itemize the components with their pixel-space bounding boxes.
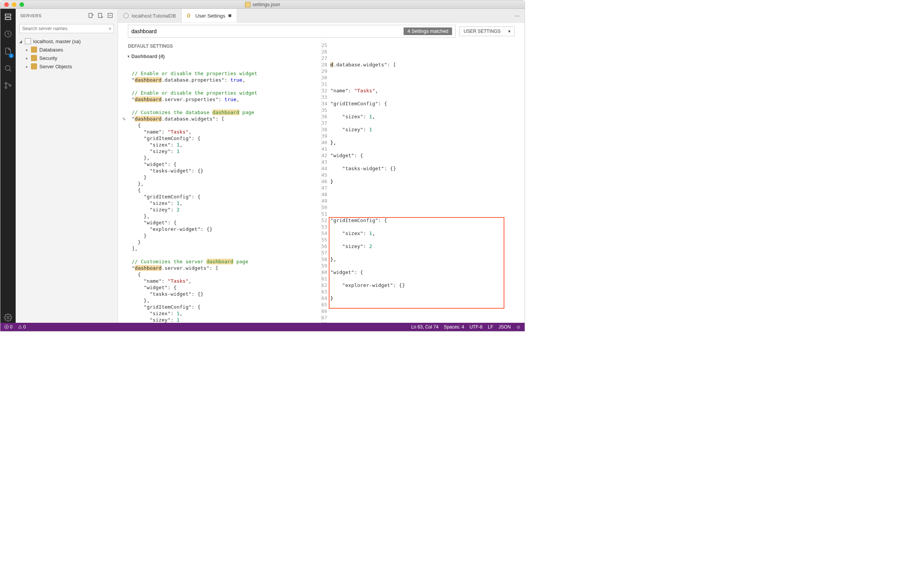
settings-search-input[interactable] [131,28,404,35]
close-window-button[interactable] [4,2,9,7]
user-settings-code[interactable]: d.database.widgets": [ "name": "Tasks", … [330,40,525,323]
status-feedback-icon[interactable]: ☺ [516,324,521,329]
new-group-icon[interactable] [98,13,104,19]
window-title: settings.json [252,2,280,7]
status-spaces[interactable]: Spaces: 4 [444,324,464,329]
clear-search-icon[interactable]: × [109,26,112,32]
tab-bar: localhost:TutorialDB {} User Settings ⋯ [118,9,525,23]
activity-settings-icon[interactable] [4,313,12,323]
tab-user-settings[interactable]: {} User Settings [182,9,237,23]
settings-match-badge: 4 Settings matched [404,28,452,35]
activity-history-icon[interactable] [4,30,12,39]
status-encoding[interactable]: UTF-8 [470,324,483,329]
status-warnings[interactable]: ⚠ 0 [18,324,26,329]
tree-node-databases[interactable]: ▸ Databases [16,45,117,54]
settings-scope-select[interactable]: USER SETTINGS ▾ [459,26,515,36]
svg-rect-1 [5,18,11,20]
svg-rect-0 [5,14,11,16]
titlebar: settings.json [0,0,525,9]
svg-point-3 [5,66,10,71]
dirty-indicator-icon [228,14,231,17]
default-settings-code: // Enable or disable the properties widg… [118,64,321,323]
activity-search-icon[interactable] [4,64,12,74]
minimize-window-button[interactable] [12,2,16,7]
sidebar-search-input[interactable] [20,24,114,33]
svg-rect-9 [99,13,102,17]
maximize-window-button[interactable] [20,2,24,7]
status-errors[interactable]: ⓧ 0 [4,324,13,330]
tree-node-server-objects[interactable]: ▸ Server Objects [16,62,117,71]
activity-source-control-icon[interactable] [4,81,12,91]
activity-explorer-icon[interactable]: 1 [4,47,12,56]
folder-icon [31,46,37,53]
tab-overflow-button[interactable]: ⋯ [509,9,525,23]
line-number-gutter: 2526272829303132333435363738394041424344… [322,40,330,323]
tree-node-security[interactable]: ▸ Security [16,54,117,62]
svg-point-5 [5,87,7,89]
status-bar: ⓧ 0 ⚠ 0 Ln 63, Col 74 Spaces: 4 UTF-8 LF… [0,323,525,331]
server-icon [25,38,31,44]
explorer-badge: 1 [9,53,14,58]
default-settings-pane[interactable]: DEFAULT SETTINGS ▸Dashboard (4) // Enabl… [118,40,322,323]
svg-point-7 [7,316,9,319]
settings-group-dashboard[interactable]: ▸Dashboard (4) [118,51,321,64]
collapse-all-icon[interactable] [107,13,113,19]
sidebar-title: SERVERS [20,13,41,18]
tab-tutorial-db[interactable]: localhost:TutorialDB [118,9,182,23]
json-icon: {} [187,13,193,18]
settings-search-wrap: 4 Settings matched [128,25,455,38]
activity-bar: 1 [0,9,16,323]
svg-point-4 [5,82,7,84]
svg-rect-8 [89,13,92,17]
folder-icon [31,55,37,61]
edit-pencil-icon[interactable]: ✎ [122,115,125,122]
status-eol[interactable]: LF [488,324,493,329]
activity-servers-icon[interactable] [4,13,12,22]
default-settings-label: DEFAULT SETTINGS [118,40,321,51]
tree-root[interactable]: ◢ localhost, master (sa) [16,37,117,45]
folder-icon [31,63,37,69]
status-cursor-pos[interactable]: Ln 63, Col 74 [411,324,438,329]
database-icon [123,13,129,18]
sidebar: SERVERS × ◢ localhost, master (sa) ▸ [16,9,118,323]
user-settings-pane[interactable]: 2526272829303132333435363738394041424344… [322,40,525,323]
chevron-down-icon: ▾ [508,29,510,34]
status-language[interactable]: JSON [499,324,511,329]
file-icon [245,2,250,7]
new-connection-icon[interactable] [88,13,94,19]
